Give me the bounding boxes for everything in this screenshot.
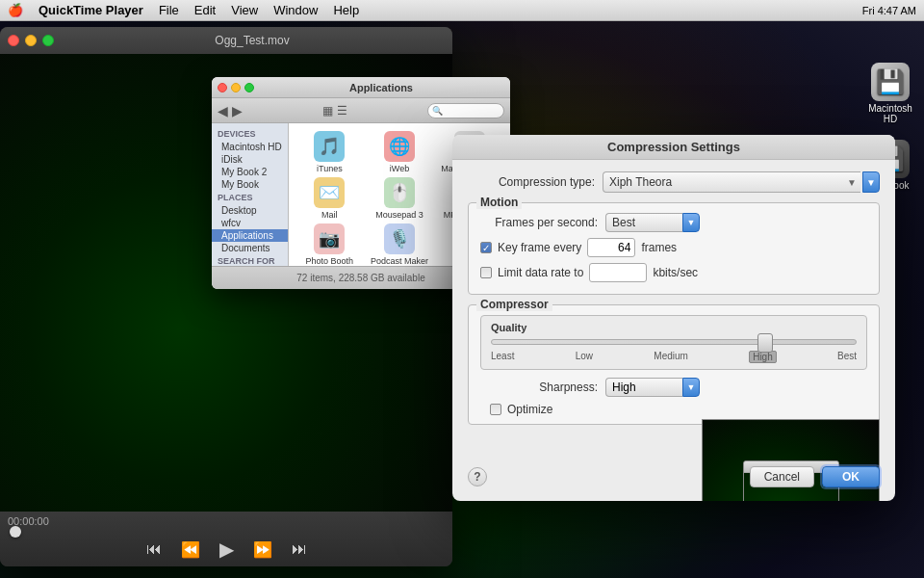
sharpness-label: Sharpness: bbox=[480, 381, 605, 394]
dropdown-arrow: ▼ bbox=[847, 177, 857, 188]
keyframe-unit: frames bbox=[641, 241, 677, 254]
list-item[interactable]: 🖱️ Mousepad 3 bbox=[367, 177, 433, 220]
motion-section: Motion Frames per second: Best ▼ ✓ Key f… bbox=[468, 202, 880, 295]
play-button[interactable]: ▶ bbox=[216, 536, 238, 563]
limit-data-input[interactable] bbox=[589, 263, 647, 282]
compressor-section-title: Compressor bbox=[476, 298, 552, 311]
finder-titlebar: Applications bbox=[212, 77, 510, 98]
menubar: 🍎 QuickTime Player File Edit View Window… bbox=[0, 0, 924, 21]
list-item[interactable]: 📷 Photo Booth bbox=[296, 223, 363, 266]
devices-label: DEVICES bbox=[212, 127, 288, 141]
menu-file[interactable]: File bbox=[151, 3, 187, 17]
search-input[interactable]: 🔍 bbox=[427, 103, 504, 118]
sharpness-control[interactable]: High ▼ bbox=[605, 378, 700, 397]
menu-window[interactable]: Window bbox=[266, 3, 325, 17]
list-item[interactable]: 🌐 iWeb bbox=[367, 131, 433, 173]
view-icon-list[interactable]: ☰ bbox=[337, 104, 347, 118]
quality-low: Low bbox=[576, 351, 593, 363]
quality-subsection: Quality Least Low Medium High Best bbox=[480, 315, 867, 370]
compression-type-label: Compression type: bbox=[468, 175, 603, 189]
fast-forward-button[interactable]: ⏩ bbox=[249, 539, 276, 561]
menu-view[interactable]: View bbox=[223, 3, 266, 17]
list-item[interactable]: 🎵 iTunes bbox=[296, 131, 363, 173]
fps-row: Frames per second: Best ▼ bbox=[480, 213, 867, 232]
skip-to-end-button[interactable]: ⏭ bbox=[288, 539, 311, 560]
motion-section-title: Motion bbox=[476, 196, 522, 209]
apple-menu[interactable]: 🍎 bbox=[0, 3, 31, 17]
app-label-podcastmaker: Podcast Maker bbox=[371, 256, 428, 266]
minimize-button[interactable] bbox=[25, 35, 37, 46]
iweb-icon: 🌐 bbox=[384, 131, 415, 162]
compression-type-control[interactable]: Xiph Theora ▼ ▼ bbox=[603, 171, 880, 193]
cancel-button[interactable]: Cancel bbox=[750, 466, 814, 487]
app-label-itunes: iTunes bbox=[317, 164, 343, 173]
keyframe-input[interactable]: 64 bbox=[587, 238, 635, 257]
photobooth-icon: 📷 bbox=[314, 223, 345, 254]
limit-data-label: Limit data rate to bbox=[498, 266, 583, 279]
close-button[interactable] bbox=[8, 35, 19, 46]
compression-type-select[interactable]: Xiph Theora ▼ bbox=[603, 171, 860, 193]
podcastmaker-icon: 🎙️ bbox=[384, 223, 415, 254]
sharpness-select[interactable]: High bbox=[605, 378, 682, 397]
skip-to-start-button[interactable]: ⏮ bbox=[142, 539, 166, 560]
quality-track bbox=[491, 339, 857, 345]
limit-data-checkbox[interactable] bbox=[480, 267, 492, 278]
app-label-iweb: iWeb bbox=[390, 164, 409, 173]
sidebar-item-my-book-2[interactable]: My Book 2 bbox=[212, 166, 288, 178]
finder-toolbar: ◀ ▶ ▦ ☰ 🔍 bbox=[212, 98, 510, 123]
limit-data-row: Limit data rate to kbits/sec bbox=[480, 263, 867, 282]
rewind-button[interactable]: ⏪ bbox=[177, 539, 204, 561]
ok-button[interactable]: OK bbox=[822, 466, 880, 487]
list-item[interactable]: 🎙️ Podcast Maker bbox=[367, 223, 433, 266]
keyframe-checkbox[interactable]: ✓ bbox=[480, 242, 492, 253]
back-icon[interactable]: ◀ bbox=[218, 103, 228, 118]
maximize-button[interactable] bbox=[42, 35, 54, 46]
compression-type-dropdown-button[interactable]: ▼ bbox=[862, 171, 880, 193]
quality-least: Least bbox=[491, 351, 514, 363]
macintosh-hd-label: Macintosh HD bbox=[861, 103, 919, 124]
preview-area bbox=[702, 419, 880, 501]
forward-icon[interactable]: ▶ bbox=[232, 103, 243, 118]
qt-titlebar: Ogg_Test.mov bbox=[0, 27, 452, 54]
help-button[interactable]: ? bbox=[468, 467, 487, 486]
fps-control[interactable]: Best ▼ bbox=[605, 213, 700, 232]
window-title: Ogg_Test.mov bbox=[60, 34, 445, 47]
menu-help[interactable]: Help bbox=[325, 3, 367, 17]
fps-select[interactable]: Best bbox=[605, 213, 682, 232]
quality-slider-container bbox=[491, 339, 857, 345]
desktop-icon-macintosh-hd[interactable]: 💾 Macintosh HD bbox=[861, 63, 919, 124]
finder-close-button[interactable] bbox=[218, 83, 227, 92]
finder-minimize-button[interactable] bbox=[231, 83, 241, 92]
sharpness-row: Sharpness: High ▼ bbox=[480, 378, 867, 397]
clock: Fri 4:47 AM bbox=[862, 5, 916, 16]
menu-edit[interactable]: Edit bbox=[187, 3, 223, 17]
quality-label: Quality bbox=[491, 322, 857, 333]
optimize-checkbox[interactable] bbox=[490, 404, 501, 415]
search-label: SEARCH FOR bbox=[212, 254, 288, 268]
sidebar-item-wfcv[interactable]: wfcv bbox=[212, 217, 288, 229]
quality-labels: Least Low Medium High Best bbox=[491, 351, 857, 363]
quality-best: Best bbox=[837, 351, 857, 363]
dialog-titlebar: Compression Settings bbox=[452, 135, 895, 160]
sidebar-item-documents[interactable]: Documents bbox=[212, 242, 288, 254]
keyframe-value: 64 bbox=[618, 241, 630, 254]
fps-label: Frames per second: bbox=[480, 216, 605, 229]
fps-dropdown-button[interactable]: ▼ bbox=[682, 213, 700, 232]
app-label-mail: Mail bbox=[321, 210, 338, 220]
sharpness-dropdown-button[interactable]: ▼ bbox=[682, 378, 700, 397]
sidebar-item-desktop[interactable]: Desktop bbox=[212, 204, 288, 217]
sidebar-item-applications[interactable]: Applications bbox=[212, 229, 288, 242]
sidebar-item-my-book[interactable]: My Book bbox=[212, 178, 288, 191]
app-label-mousepad: Mousepad 3 bbox=[375, 210, 424, 220]
view-icon-grid[interactable]: ▦ bbox=[322, 104, 333, 118]
finder-maximize-button[interactable] bbox=[244, 83, 254, 92]
list-item[interactable]: ✉️ Mail bbox=[296, 177, 363, 220]
sidebar-item-idisk[interactable]: iDisk bbox=[212, 153, 288, 166]
app-name[interactable]: QuickTime Player bbox=[31, 3, 151, 17]
compression-type-row: Compression type: Xiph Theora ▼ ▼ bbox=[468, 171, 880, 193]
playback-controls: 00:00:00 ⏮ ⏪ ▶ ⏩ ⏭ bbox=[0, 512, 452, 566]
sidebar-item-macintosh-hd[interactable]: Macintosh HD bbox=[212, 141, 288, 153]
progress-thumb[interactable] bbox=[10, 526, 21, 538]
quality-slider-thumb[interactable] bbox=[757, 333, 773, 353]
item-count: 72 items, 228.58 GB available bbox=[296, 273, 424, 283]
